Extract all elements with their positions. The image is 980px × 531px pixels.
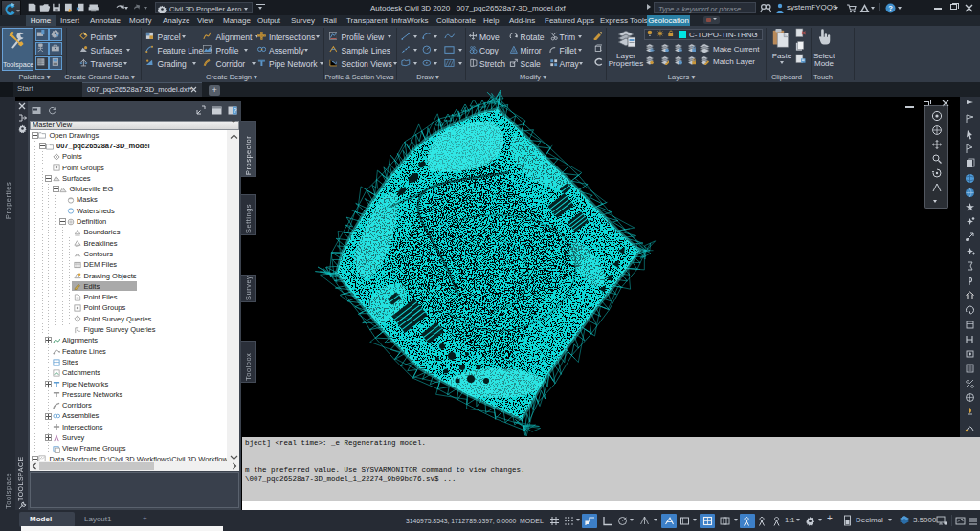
svg-text:?: ?	[234, 107, 237, 114]
